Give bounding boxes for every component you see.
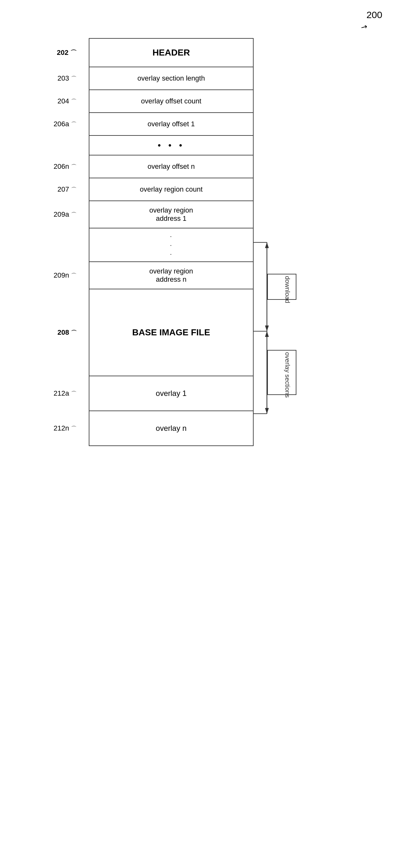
overlay-offset-n-label: overlay offset n (148, 162, 195, 170)
ref-212n: 212n ⌒ (54, 424, 77, 432)
header-row: HEADER 202 ⌒ (89, 38, 253, 67)
header-label: HEADER (152, 48, 190, 57)
ref-209a: 209a ⌒ (54, 210, 77, 219)
svg-text:download: download (284, 276, 291, 303)
svg-marker-6 (265, 331, 269, 337)
overlay-offset-count-label: overlay offset count (141, 97, 201, 105)
svg-rect-8 (268, 350, 296, 395)
overlay-offset-1-label: overlay offset 1 (148, 120, 195, 128)
overlay-region-count-label: overlay region count (140, 185, 203, 193)
overlay-section-length-label: overlay section length (138, 74, 205, 82)
svg-rect-3 (268, 274, 296, 300)
diagram-container: 200 ↙ HEADER 202 ⌒ overlay section lengt… (0, 0, 414, 868)
overlay-section-length-row: overlay section length 203 ⌒ (89, 67, 253, 90)
svg-marker-2 (265, 326, 269, 331)
main-diagram: HEADER 202 ⌒ overlay section length 203 … (89, 38, 253, 446)
ref-209n: 209n ⌒ (54, 271, 77, 279)
figure-number-arrow: ↙ (359, 22, 369, 33)
dots-large-row: • • • (89, 135, 253, 155)
overlay-region-address-n-row: overlay regionaddress n 209n ⌒ (89, 261, 253, 289)
svg-marker-7 (265, 408, 269, 414)
dots-small: ··· (170, 232, 172, 257)
overlay-region-address-1-row: overlay regionaddress 1 209a ⌒ (89, 200, 253, 228)
svg-text:overlay sections: overlay sections (284, 352, 291, 398)
overlay-offset-count-row: overlay offset count 204 ⌒ (89, 90, 253, 112)
ref-203: 203 ⌒ (57, 74, 77, 83)
overlay-n-row: overlay n 212n ⌒ (89, 411, 253, 446)
dots-small-row: ··· (89, 228, 253, 261)
ref-212a: 212a ⌒ (54, 389, 77, 398)
ref-202: 202 ⌒ (57, 49, 77, 57)
svg-marker-1 (265, 242, 269, 248)
overlay-offset-1-row: overlay offset 1 206a ⌒ (89, 112, 253, 135)
overlay-1-label: overlay 1 (156, 389, 186, 398)
ref-204: 204 ⌒ (57, 97, 77, 105)
figure-number: 200 (367, 9, 382, 20)
overlay-1-row: overlay 1 212a ⌒ (89, 376, 253, 411)
base-image-file-row: BASE IMAGE FILE 208 ⌒ (89, 289, 253, 376)
overlay-region-address-n-label: overlay regionaddress n (149, 267, 193, 283)
ref-206a: 206a ⌒ (54, 120, 77, 128)
overlay-region-address-1-label: overlay regionaddress 1 (149, 206, 193, 222)
overlay-region-count-row: overlay region count 207 ⌒ (89, 178, 253, 200)
overlay-offset-n-row: overlay offset n 206n ⌒ (89, 155, 253, 178)
dots-large: • • • (158, 140, 185, 150)
base-image-file-label: BASE IMAGE FILE (132, 328, 210, 337)
ref-207: 207 ⌒ (57, 185, 77, 193)
ref-206n: 206n ⌒ (54, 162, 77, 171)
overlay-n-label: overlay n (156, 424, 186, 432)
ref-208: 208 ⌒ (57, 328, 77, 337)
